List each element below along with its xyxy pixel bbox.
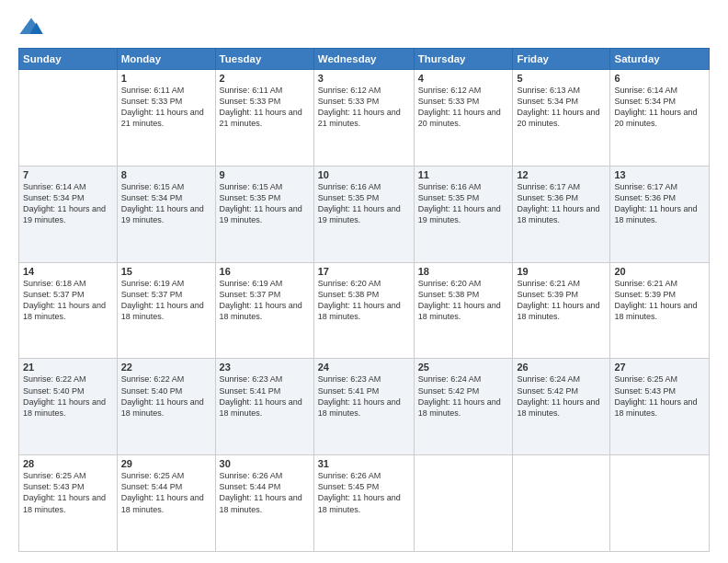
calendar-header-row: SundayMondayTuesdayWednesdayThursdayFrid… bbox=[19, 49, 710, 70]
day-info: Sunrise: 6:21 AM Sunset: 5:39 PM Dayligh… bbox=[517, 278, 606, 323]
calendar-cell: 20Sunrise: 6:21 AM Sunset: 5:39 PM Dayli… bbox=[610, 262, 710, 359]
day-info: Sunrise: 6:20 AM Sunset: 5:38 PM Dayligh… bbox=[418, 278, 509, 323]
calendar-cell: 18Sunrise: 6:20 AM Sunset: 5:38 PM Dayli… bbox=[414, 262, 513, 359]
calendar-cell: 8Sunrise: 6:15 AM Sunset: 5:34 PM Daylig… bbox=[117, 166, 215, 262]
day-number: 31 bbox=[318, 458, 410, 469]
day-number: 16 bbox=[220, 266, 310, 277]
day-info: Sunrise: 6:14 AM Sunset: 5:34 PM Dayligh… bbox=[614, 85, 705, 130]
day-number: 1 bbox=[121, 73, 211, 84]
day-info: Sunrise: 6:13 AM Sunset: 5:34 PM Dayligh… bbox=[517, 85, 606, 130]
calendar-cell: 31Sunrise: 6:26 AM Sunset: 5:45 PM Dayli… bbox=[313, 455, 414, 552]
calendar-week-row: 14Sunrise: 6:18 AM Sunset: 5:37 PM Dayli… bbox=[19, 262, 710, 359]
day-number: 2 bbox=[220, 73, 310, 84]
calendar-table: SundayMondayTuesdayWednesdayThursdayFrid… bbox=[18, 48, 710, 552]
calendar-cell: 4Sunrise: 6:12 AM Sunset: 5:33 PM Daylig… bbox=[414, 70, 513, 167]
day-info: Sunrise: 6:22 AM Sunset: 5:40 PM Dayligh… bbox=[121, 373, 211, 419]
calendar-cell: 13Sunrise: 6:17 AM Sunset: 5:36 PM Dayli… bbox=[610, 166, 710, 262]
day-info: Sunrise: 6:23 AM Sunset: 5:41 PM Dayligh… bbox=[220, 373, 310, 419]
day-info: Sunrise: 6:24 AM Sunset: 5:42 PM Dayligh… bbox=[418, 373, 509, 419]
day-number: 26 bbox=[517, 362, 606, 373]
calendar-cell: 21Sunrise: 6:22 AM Sunset: 5:40 PM Dayli… bbox=[19, 359, 118, 455]
day-info: Sunrise: 6:26 AM Sunset: 5:44 PM Dayligh… bbox=[220, 470, 310, 515]
logo-icon bbox=[18, 15, 44, 40]
calendar-cell: 27Sunrise: 6:25 AM Sunset: 5:43 PM Dayli… bbox=[610, 359, 710, 455]
day-info: Sunrise: 6:19 AM Sunset: 5:37 PM Dayligh… bbox=[220, 278, 310, 323]
day-number: 24 bbox=[318, 362, 410, 373]
day-info: Sunrise: 6:21 AM Sunset: 5:39 PM Dayligh… bbox=[614, 278, 705, 323]
day-number: 7 bbox=[23, 169, 113, 180]
day-number: 29 bbox=[121, 458, 211, 469]
day-info: Sunrise: 6:11 AM Sunset: 5:33 PM Dayligh… bbox=[121, 85, 211, 130]
day-number: 10 bbox=[318, 169, 410, 180]
calendar-cell: 5Sunrise: 6:13 AM Sunset: 5:34 PM Daylig… bbox=[513, 70, 610, 167]
day-of-week-header: Thursday bbox=[414, 49, 513, 70]
day-number: 18 bbox=[418, 266, 509, 277]
day-of-week-header: Saturday bbox=[610, 49, 710, 70]
day-number: 13 bbox=[614, 169, 705, 180]
day-info: Sunrise: 6:22 AM Sunset: 5:40 PM Dayligh… bbox=[23, 373, 113, 419]
calendar-cell: 3Sunrise: 6:12 AM Sunset: 5:33 PM Daylig… bbox=[313, 70, 414, 167]
day-number: 17 bbox=[318, 266, 410, 277]
calendar-week-row: 7Sunrise: 6:14 AM Sunset: 5:34 PM Daylig… bbox=[19, 166, 710, 262]
calendar-cell: 9Sunrise: 6:15 AM Sunset: 5:35 PM Daylig… bbox=[215, 166, 313, 262]
day-of-week-header: Wednesday bbox=[313, 49, 414, 70]
day-info: Sunrise: 6:12 AM Sunset: 5:33 PM Dayligh… bbox=[318, 85, 410, 130]
calendar-cell: 12Sunrise: 6:17 AM Sunset: 5:36 PM Dayli… bbox=[513, 166, 610, 262]
calendar-week-row: 1Sunrise: 6:11 AM Sunset: 5:33 PM Daylig… bbox=[19, 70, 710, 167]
day-info: Sunrise: 6:18 AM Sunset: 5:37 PM Dayligh… bbox=[23, 278, 113, 323]
day-number: 11 bbox=[418, 169, 509, 180]
day-number: 3 bbox=[318, 73, 410, 84]
calendar-cell: 2Sunrise: 6:11 AM Sunset: 5:33 PM Daylig… bbox=[215, 70, 313, 167]
calendar-cell: 11Sunrise: 6:16 AM Sunset: 5:35 PM Dayli… bbox=[414, 166, 513, 262]
calendar-cell: 22Sunrise: 6:22 AM Sunset: 5:40 PM Dayli… bbox=[117, 359, 215, 455]
day-info: Sunrise: 6:16 AM Sunset: 5:35 PM Dayligh… bbox=[418, 181, 509, 226]
day-number: 20 bbox=[614, 266, 705, 277]
calendar-cell: 28Sunrise: 6:25 AM Sunset: 5:43 PM Dayli… bbox=[19, 455, 118, 552]
day-number: 27 bbox=[614, 362, 705, 373]
day-info: Sunrise: 6:11 AM Sunset: 5:33 PM Dayligh… bbox=[220, 85, 310, 130]
day-number: 8 bbox=[121, 169, 211, 180]
calendar-cell: 14Sunrise: 6:18 AM Sunset: 5:37 PM Dayli… bbox=[19, 262, 118, 359]
day-info: Sunrise: 6:24 AM Sunset: 5:42 PM Dayligh… bbox=[517, 373, 606, 419]
day-of-week-header: Tuesday bbox=[215, 49, 313, 70]
day-info: Sunrise: 6:25 AM Sunset: 5:43 PM Dayligh… bbox=[23, 470, 113, 515]
day-number: 5 bbox=[517, 73, 606, 84]
calendar-cell: 26Sunrise: 6:24 AM Sunset: 5:42 PM Dayli… bbox=[513, 359, 610, 455]
day-number: 6 bbox=[614, 73, 705, 84]
day-info: Sunrise: 6:17 AM Sunset: 5:36 PM Dayligh… bbox=[517, 181, 606, 226]
page: SundayMondayTuesdayWednesdayThursdayFrid… bbox=[0, 0, 728, 563]
day-number: 21 bbox=[23, 362, 113, 373]
day-number: 14 bbox=[23, 266, 113, 277]
day-info: Sunrise: 6:20 AM Sunset: 5:38 PM Dayligh… bbox=[318, 278, 410, 323]
day-of-week-header: Sunday bbox=[19, 49, 118, 70]
day-info: Sunrise: 6:15 AM Sunset: 5:34 PM Dayligh… bbox=[121, 181, 211, 226]
calendar-cell bbox=[414, 455, 513, 552]
day-number: 25 bbox=[418, 362, 509, 373]
header bbox=[18, 15, 710, 40]
day-number: 22 bbox=[121, 362, 211, 373]
day-number: 19 bbox=[517, 266, 606, 277]
calendar-week-row: 28Sunrise: 6:25 AM Sunset: 5:43 PM Dayli… bbox=[19, 455, 710, 552]
day-info: Sunrise: 6:19 AM Sunset: 5:37 PM Dayligh… bbox=[121, 278, 211, 323]
calendar-cell: 16Sunrise: 6:19 AM Sunset: 5:37 PM Dayli… bbox=[215, 262, 313, 359]
calendar-cell bbox=[19, 70, 118, 167]
calendar-cell: 17Sunrise: 6:20 AM Sunset: 5:38 PM Dayli… bbox=[313, 262, 414, 359]
calendar-cell: 29Sunrise: 6:25 AM Sunset: 5:44 PM Dayli… bbox=[117, 455, 215, 552]
day-info: Sunrise: 6:26 AM Sunset: 5:45 PM Dayligh… bbox=[318, 470, 410, 515]
calendar-cell: 7Sunrise: 6:14 AM Sunset: 5:34 PM Daylig… bbox=[19, 166, 118, 262]
logo bbox=[18, 15, 48, 40]
calendar-cell bbox=[513, 455, 610, 552]
day-number: 9 bbox=[220, 169, 310, 180]
day-info: Sunrise: 6:25 AM Sunset: 5:44 PM Dayligh… bbox=[121, 470, 211, 515]
day-number: 12 bbox=[517, 169, 606, 180]
calendar-cell: 1Sunrise: 6:11 AM Sunset: 5:33 PM Daylig… bbox=[117, 70, 215, 167]
calendar-week-row: 21Sunrise: 6:22 AM Sunset: 5:40 PM Dayli… bbox=[19, 359, 710, 455]
day-info: Sunrise: 6:17 AM Sunset: 5:36 PM Dayligh… bbox=[614, 181, 705, 226]
day-number: 23 bbox=[220, 362, 310, 373]
calendar-cell: 30Sunrise: 6:26 AM Sunset: 5:44 PM Dayli… bbox=[215, 455, 313, 552]
day-of-week-header: Friday bbox=[513, 49, 610, 70]
day-of-week-header: Monday bbox=[117, 49, 215, 70]
day-number: 4 bbox=[418, 73, 509, 84]
calendar-cell bbox=[610, 455, 710, 552]
calendar-cell: 15Sunrise: 6:19 AM Sunset: 5:37 PM Dayli… bbox=[117, 262, 215, 359]
